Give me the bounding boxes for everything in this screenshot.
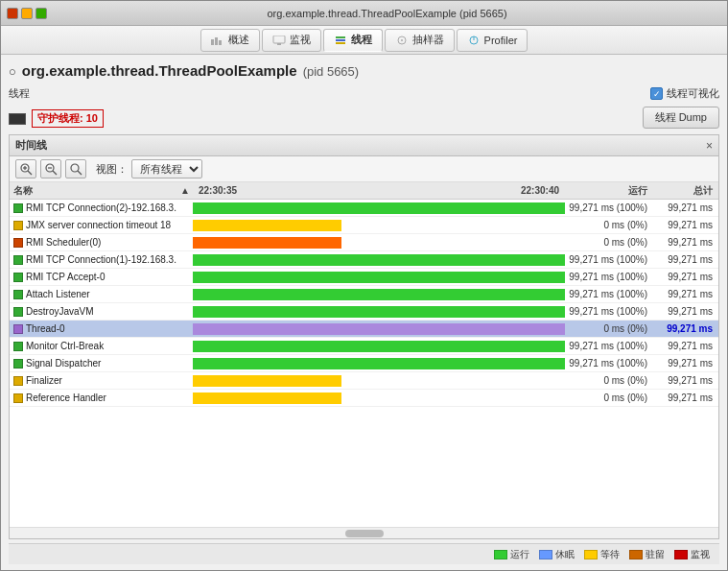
tab-bar: 概述 监视 线程 抽样器 (1, 26, 727, 55)
table-row[interactable]: RMI TCP Accept-099,271 ms (100%)99,271 m… (10, 269, 718, 286)
table-row[interactable]: Finalizer0 ms (0%)99,271 ms (10, 372, 718, 390)
thread-total-time: 99,271 ms (651, 254, 718, 265)
thread-run-time: 99,271 ms (100%) (565, 341, 651, 351)
zoom-out-icon (44, 162, 58, 176)
thread-name-label: DestroyJavaVM (26, 306, 177, 317)
tab-sampler[interactable]: 抽样器 (385, 29, 455, 52)
thread-color-indicator (13, 324, 23, 334)
thread-total-time: 99,271 ms (651, 306, 718, 317)
title-bar: org.example.thread.ThreadPoolExample (pi… (1, 1, 727, 26)
tab-profiler-label: Profiler (484, 35, 518, 46)
col-run-header: 运行 (565, 184, 651, 198)
zoom-in-icon (19, 162, 33, 176)
zoom-reset-icon (69, 162, 82, 176)
table-row[interactable]: Attach Listener99,271 ms (100%)99,271 ms (10, 286, 718, 303)
thread-timeline-bar (193, 220, 341, 231)
profiler-icon (467, 36, 481, 45)
tab-thread[interactable]: 线程 (323, 29, 383, 52)
thread-timeline-bar-area (193, 305, 565, 319)
legend-bar: 运行休眠等待驻留监视 (9, 543, 719, 564)
thread-timeline-bar-area (193, 374, 565, 388)
svg-rect-1 (215, 37, 218, 45)
thread-total-time: 99,271 ms (651, 341, 718, 351)
thread-visualizable-checkbox[interactable]: ✓ 线程可视化 (650, 86, 719, 101)
scrollbar-area[interactable] (10, 527, 718, 538)
timeline-columns-header: 名称 ▲ 22:30:35 22:30:40 运行 总计 (10, 182, 718, 200)
checkbox-icon: ✓ (650, 87, 663, 100)
zoom-out-button[interactable] (40, 159, 61, 178)
col-total-header: 总计 (651, 184, 718, 198)
thread-timeline-bar (193, 272, 565, 283)
thread-timeline-bar (193, 237, 341, 249)
window-controls (7, 8, 47, 19)
table-row[interactable]: Monitor Ctrl-Break99,271 ms (100%)99,271… (10, 338, 718, 355)
thread-run-time: 0 ms (0%) (565, 393, 651, 403)
close-button[interactable] (7, 8, 18, 19)
main-window: org.example.thread.ThreadPoolExample (pi… (0, 0, 728, 571)
svg-rect-2 (219, 40, 222, 45)
legend-label: 驻留 (646, 548, 665, 561)
thread-timeline-bar-area (193, 340, 565, 353)
thread-name-label: Finalizer (26, 375, 177, 386)
thread-icon (334, 36, 347, 45)
thread-timeline-bar (193, 393, 341, 404)
thread-run-time: 99,271 ms (100%) (565, 289, 651, 299)
zoom-in-button[interactable] (15, 159, 36, 178)
thread-timeline-bar-area (193, 236, 565, 250)
sampler-icon (395, 36, 409, 45)
thread-color-indicator (13, 342, 23, 351)
svg-rect-4 (277, 43, 281, 45)
zoom-reset-button[interactable] (65, 159, 86, 178)
checkmark-icon: ✓ (653, 89, 661, 99)
timeline-panel: 时间线 × (9, 134, 719, 539)
maximize-button[interactable] (35, 8, 47, 19)
thread-total-time: 99,271 ms (651, 323, 718, 334)
thread-total-time: 99,271 ms (651, 220, 718, 230)
legend-label: 监视 (691, 548, 710, 561)
svg-rect-3 (273, 36, 285, 43)
table-row[interactable]: DestroyJavaVM99,271 ms (100%)99,271 ms (10, 303, 718, 321)
tab-monitor-label: 监视 (290, 33, 311, 47)
thread-run-time: 99,271 ms (100%) (565, 306, 651, 317)
table-row[interactable]: RMI Scheduler(0)0 ms (0%)99,271 ms (10, 234, 718, 251)
view-select[interactable]: 所有线程 (131, 159, 202, 178)
col-arrow-header: ▲ (177, 185, 193, 196)
chart-icon (211, 36, 224, 45)
thread-color-indicator (13, 255, 23, 265)
thread-timeline-bar (193, 306, 565, 318)
thread-total-time: 99,271 ms (651, 272, 718, 282)
table-row[interactable]: RMI TCP Connection(2)-192.168.3.99,271 m… (10, 200, 718, 217)
dump-button[interactable]: 线程 Dump (643, 107, 719, 129)
thread-color-indicator (13, 307, 23, 317)
thread-total-time: 99,271 ms (651, 237, 718, 248)
legend-color-box (584, 550, 598, 559)
window-title: org.example.thread.ThreadPoolExample (pi… (53, 8, 721, 19)
thread-name-label: Attach Listener (26, 289, 177, 299)
table-row[interactable]: Thread-00 ms (0%)99,271 ms (10, 321, 718, 338)
scrollbar-thumb[interactable] (345, 530, 384, 537)
thread-info-row: 守护线程: 10 (9, 109, 104, 128)
legend-item: 监视 (674, 548, 710, 561)
tab-overview[interactable]: 概述 (200, 29, 260, 52)
tab-profiler[interactable]: Profiler (457, 29, 528, 52)
minimize-button[interactable] (21, 8, 33, 19)
legend-item: 等待 (584, 548, 620, 561)
thread-color-indicator (13, 290, 23, 299)
thread-timeline-bar (193, 254, 565, 266)
table-row[interactable]: Reference Handler0 ms (0%)99,271 ms (10, 390, 718, 407)
table-row[interactable]: Signal Dispatcher99,271 ms (100%)99,271 … (10, 355, 718, 372)
timeline-close-button[interactable]: × (706, 139, 713, 153)
table-row[interactable]: JMX server connection timeout 180 ms (0%… (10, 217, 718, 234)
legend-color-box (629, 550, 643, 559)
thread-total-time: 99,271 ms (651, 202, 718, 213)
thread-name-label: Thread-0 (26, 323, 177, 334)
legend-item: 休眠 (539, 548, 575, 561)
tab-monitor[interactable]: 监视 (262, 29, 321, 52)
thread-vis-label: 线程可视化 (667, 86, 719, 101)
legend-label: 运行 (510, 548, 529, 561)
table-row[interactable]: RMI TCP Connection(1)-192.168.3.99,271 m… (10, 251, 718, 269)
thread-name-label: Monitor Ctrl-Break (26, 341, 177, 351)
thread-run-time: 99,271 ms (100%) (565, 202, 651, 213)
thread-color-indicator (13, 393, 23, 403)
thread-timeline-bar-area (193, 219, 565, 232)
